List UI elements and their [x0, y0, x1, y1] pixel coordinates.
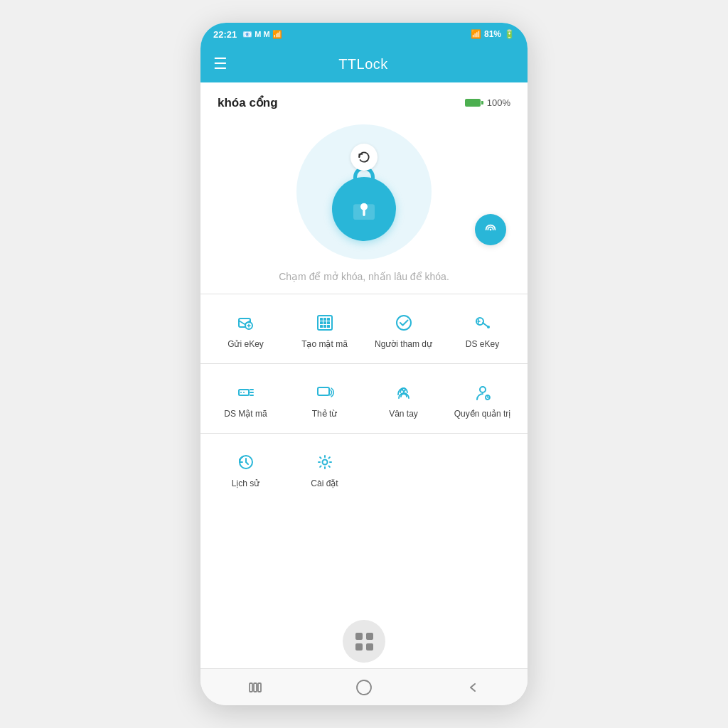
rfcard-label: Thẻ từ	[312, 409, 338, 419]
battery-icon: 🔋	[504, 29, 515, 39]
svg-rect-31	[254, 683, 257, 692]
admin-label: Quyền quản trị	[454, 409, 511, 419]
app-title: TTLock	[236, 56, 491, 73]
menu-admin[interactable]: Quyền quản trị	[443, 370, 522, 427]
svg-point-23	[243, 392, 245, 393]
status-left: 22:21 📧 M M 📶	[213, 29, 282, 40]
wifi-icon: 📶	[471, 29, 481, 39]
rfcard-icon	[315, 381, 335, 404]
guests-icon	[394, 311, 414, 334]
list-passcode-icon	[236, 381, 256, 404]
admin-icon	[473, 381, 493, 404]
home-icon	[355, 678, 373, 697]
svg-rect-9	[320, 321, 323, 324]
svg-point-33	[357, 680, 371, 695]
status-icons: 📧 M M 📶	[242, 30, 282, 39]
recent-apps-button[interactable]	[200, 669, 309, 705]
svg-rect-1	[353, 204, 375, 220]
lock-unlock-button[interactable]	[332, 177, 396, 241]
send-ekey-label: Gửi eKey	[228, 339, 264, 349]
menu-row-3: Lịch sử Cài đặt	[200, 439, 528, 497]
svg-rect-8	[327, 318, 330, 321]
svg-rect-30	[250, 683, 252, 692]
lock-circle-wrapper	[200, 116, 528, 259]
svg-rect-13	[323, 325, 326, 328]
nfc-icon	[483, 222, 498, 237]
settings-icon	[315, 451, 335, 473]
svg-rect-32	[258, 683, 261, 692]
apps-float-area	[343, 607, 385, 668]
battery-percent: 100%	[487, 97, 510, 108]
dot-4	[366, 643, 373, 651]
apps-button[interactable]	[343, 620, 385, 663]
bottom-nav	[200, 668, 528, 705]
battery-visual	[465, 99, 483, 107]
lock-keyhole-icon	[350, 195, 378, 223]
menu-guests[interactable]: Người tham dự	[364, 300, 443, 358]
svg-point-26	[480, 387, 486, 392]
recent-apps-icon	[247, 679, 264, 696]
content-area: khóa cổng 100%	[200, 82, 528, 668]
divider-3	[200, 433, 528, 434]
menu-rfcard[interactable]: Thẻ từ	[285, 370, 364, 427]
svg-point-22	[240, 392, 242, 393]
guests-label: Người tham dự	[375, 339, 432, 349]
back-icon	[465, 680, 481, 695]
battery-text: 81%	[484, 29, 501, 39]
dot-2	[366, 633, 373, 640]
menu-list-passcode[interactable]: DS Mật mã	[206, 370, 285, 427]
battery-body	[465, 99, 481, 107]
dot-3	[355, 643, 363, 651]
reload-button[interactable]	[350, 144, 378, 171]
status-time: 22:21	[213, 29, 237, 40]
divider-2	[200, 363, 528, 364]
create-passcode-label: Tạo mật mã	[301, 339, 348, 349]
svg-rect-24	[318, 387, 329, 395]
menu-history[interactable]: Lịch sử	[206, 439, 285, 497]
send-ekey-icon	[236, 311, 256, 334]
status-right: 📶 81% 🔋	[471, 29, 515, 39]
hint-text: Chạm để mở khóa, nhấn lâu để khóa.	[262, 271, 466, 282]
back-button[interactable]	[419, 669, 528, 705]
dot-1	[355, 633, 363, 640]
lock-outer-circle	[296, 124, 432, 259]
battery-tip	[481, 101, 483, 105]
home-button[interactable]	[309, 669, 418, 705]
menu-list-ekey[interactable]: DS eKey	[443, 300, 522, 358]
svg-point-17	[487, 326, 490, 328]
svg-point-29	[322, 460, 327, 465]
phone-frame: 22:21 📧 M M 📶 📶 81% 🔋 ☰ TTLock khóa cổng…	[200, 23, 528, 705]
lock-inner	[332, 144, 396, 241]
svg-rect-14	[327, 325, 330, 328]
list-ekey-label: DS eKey	[466, 339, 499, 349]
menu-settings[interactable]: Cài đặt	[285, 439, 364, 497]
svg-rect-7	[323, 318, 326, 321]
menu-fingerprint[interactable]: Vân tay	[364, 370, 443, 427]
menu-row-2: DS Mật mã Thẻ từ	[200, 370, 528, 427]
menu-icon[interactable]: ☰	[213, 55, 228, 73]
list-passcode-label: DS Mật mã	[224, 409, 267, 419]
svg-rect-11	[327, 321, 330, 324]
svg-point-2	[490, 229, 492, 231]
battery-indicator: 100%	[465, 97, 510, 108]
svg-point-15	[397, 316, 411, 330]
top-bar: ☰ TTLock	[200, 46, 528, 82]
settings-label: Cài đặt	[311, 478, 338, 488]
svg-rect-10	[323, 321, 326, 324]
svg-rect-6	[320, 318, 323, 321]
menu-row-1: Gửi eKey	[200, 300, 528, 358]
fingerprint-icon	[394, 381, 414, 404]
svg-rect-12	[320, 325, 323, 328]
fingerprint-label: Vân tay	[389, 409, 418, 419]
create-passcode-icon	[315, 311, 335, 334]
lock-name-row: khóa cổng 100%	[200, 82, 528, 116]
nfc-button[interactable]	[475, 214, 506, 245]
menu-create-passcode[interactable]: Tạo mật mã	[285, 300, 364, 358]
list-ekey-icon	[473, 311, 493, 334]
menu-send-ekey[interactable]: Gửi eKey	[206, 300, 285, 358]
lock-name: khóa cổng	[218, 95, 278, 110]
status-bar: 22:21 📧 M M 📶 📶 81% 🔋	[200, 23, 528, 46]
history-label: Lịch sử	[232, 478, 260, 488]
divider-1	[200, 294, 528, 294]
history-icon	[236, 451, 256, 473]
